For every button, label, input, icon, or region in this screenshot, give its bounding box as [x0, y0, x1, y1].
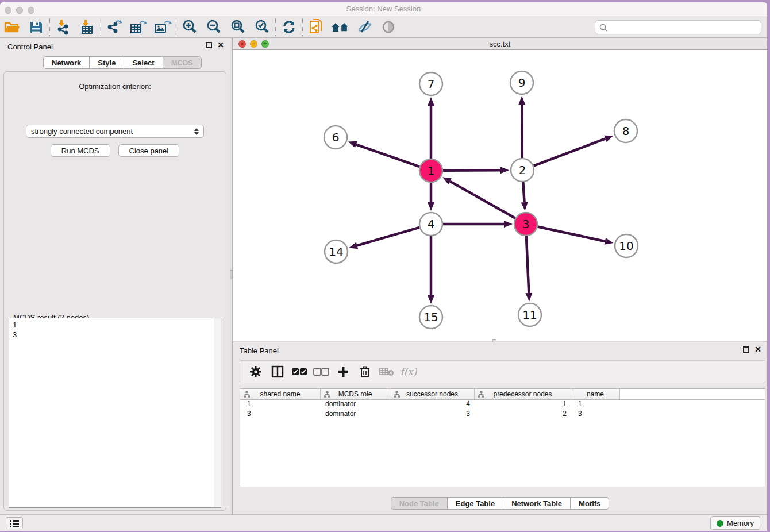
save-icon	[29, 20, 44, 34]
column-header-shared-name[interactable]: shared name	[240, 389, 321, 399]
graph-edge-arrowhead	[504, 221, 513, 228]
close-table-panel-icon[interactable]: ✕	[754, 346, 761, 353]
export-table-icon	[129, 19, 148, 35]
delete-column-button[interactable]	[354, 362, 376, 381]
node-table: shared name MCDS role successor nodes	[240, 388, 765, 487]
graph-node-label: 7	[428, 77, 435, 91]
close-panel-icon[interactable]: ✕	[217, 42, 224, 48]
tab-style[interactable]: Style	[89, 56, 124, 69]
cell-predecessor-nodes[interactable]: 1	[475, 400, 571, 410]
unchecked-boxes-icon	[313, 368, 329, 376]
zoom-in-button[interactable]	[178, 17, 202, 37]
column-header-name[interactable]: name	[571, 389, 620, 399]
table-panel-title: Table Panel	[240, 346, 279, 355]
delete-table-button[interactable]	[376, 362, 398, 381]
fit-content-button[interactable]	[226, 17, 250, 37]
graph-node-label: 3	[522, 217, 530, 231]
table-row[interactable]: 1 dominator 4 1 1	[240, 400, 765, 410]
float-table-panel-icon[interactable]	[743, 346, 749, 353]
cell-successor-nodes[interactable]: 3	[390, 410, 475, 419]
mcds-result-box: MCDS result (2 nodes) 1 3	[9, 318, 221, 508]
graph-edge-3-10[interactable]	[538, 226, 605, 241]
graph-edge-4-14[interactable]	[357, 228, 419, 246]
window-titlebar: Session: New Session	[0, 2, 767, 16]
float-panel-icon[interactable]	[206, 42, 212, 48]
import-table-button[interactable]	[75, 17, 99, 37]
hierarchy-icon	[324, 391, 330, 398]
duplicate-network-button[interactable]	[304, 17, 328, 37]
task-history-button[interactable]	[6, 517, 23, 529]
graph-edge-arrowhead	[605, 238, 614, 245]
column-header-mcds-role[interactable]: MCDS role	[321, 389, 390, 399]
optimization-criterion-select[interactable]: strongly connected component	[26, 125, 204, 138]
optimization-criterion-label: Optimization criterion:	[4, 82, 226, 91]
eye-button[interactable]	[376, 17, 401, 37]
export-image-icon	[153, 19, 172, 35]
cell-shared-name[interactable]: 3	[240, 410, 321, 419]
mcds-result-list[interactable]: 1 3	[9, 318, 221, 507]
list-icon	[9, 519, 20, 527]
home-button[interactable]	[328, 17, 352, 37]
import-network-button[interactable]	[51, 17, 75, 37]
mcds-scrollbar[interactable]	[214, 318, 221, 507]
network-canvas[interactable]: 7968124314101511	[233, 50, 767, 341]
deselect-all-columns-button[interactable]	[310, 362, 332, 381]
graph-node-label: 15	[424, 310, 438, 324]
close-panel-button[interactable]: Close panel	[118, 144, 180, 157]
toolbar-separator	[302, 18, 303, 36]
graph-edge-1-6[interactable]	[356, 145, 419, 167]
export-network-button[interactable]	[102, 17, 126, 37]
function-builder-button[interactable]: f(x)	[398, 362, 419, 381]
export-table-button[interactable]	[126, 17, 151, 37]
tab-network[interactable]: Network	[43, 56, 89, 69]
create-column-button[interactable]	[332, 362, 354, 381]
duplicate-network-icon	[308, 18, 324, 36]
table-header-row: shared name MCDS role successor nodes	[240, 389, 765, 400]
graph-node-label: 8	[622, 124, 630, 138]
tab-motifs[interactable]: Motifs	[570, 497, 609, 510]
column-header-successor-nodes[interactable]: successor nodes	[390, 389, 475, 399]
tab-node-table[interactable]: Node Table	[391, 497, 447, 510]
tab-network-table[interactable]: Network Table	[503, 497, 570, 510]
show-hide-graphics-button[interactable]	[352, 17, 376, 37]
zoom-selected-button[interactable]	[250, 17, 274, 37]
tab-edge-table[interactable]: Edge Table	[447, 497, 503, 510]
graph-edge-3-1[interactable]	[450, 182, 515, 218]
tab-select[interactable]: Select	[124, 56, 162, 69]
cell-name[interactable]: 3	[571, 410, 620, 419]
graph-node-label: 10	[619, 239, 633, 253]
graph-node-label: 9	[518, 76, 526, 90]
export-image-button[interactable]	[151, 17, 175, 37]
cell-successor-nodes[interactable]: 4	[390, 400, 475, 410]
zoom-out-button[interactable]	[202, 17, 226, 37]
save-session-button[interactable]	[24, 17, 48, 37]
select-all-columns-button[interactable]	[288, 362, 310, 381]
graph-edge-2-8[interactable]	[534, 138, 606, 165]
open-session-button[interactable]	[0, 17, 24, 37]
apply-layout-button[interactable]	[277, 17, 301, 37]
cell-mcds-role[interactable]: dominator	[321, 400, 390, 410]
graph-edge-3-11[interactable]	[526, 236, 529, 293]
search-input[interactable]	[608, 22, 761, 33]
graph-edge-2-3[interactable]	[523, 182, 524, 202]
network-graph[interactable]: 7968124314101511	[233, 50, 767, 341]
network-title: scc.txt	[233, 40, 767, 48]
table-settings-button[interactable]	[245, 362, 267, 381]
tab-mcds[interactable]: MCDS	[163, 56, 202, 69]
column-header-predecessor-nodes[interactable]: predecessor nodes	[475, 389, 571, 399]
status-bar: Memory	[0, 514, 767, 531]
graph-edge-2-9[interactable]	[522, 105, 522, 158]
cell-name[interactable]: 1	[571, 400, 620, 410]
cell-shared-name[interactable]: 1	[240, 400, 321, 410]
table-row[interactable]: 3 dominator 3 2 3	[240, 410, 765, 419]
cell-predecessor-nodes[interactable]: 2	[475, 410, 571, 419]
control-panel: Control Panel ✕ Network Style Select MCD…	[0, 38, 230, 514]
network-window-titlebar: x − + scc.txt	[233, 38, 767, 50]
memory-button[interactable]: Memory	[710, 516, 760, 530]
show-column-button[interactable]	[267, 362, 288, 381]
cell-mcds-role[interactable]: dominator	[321, 410, 390, 419]
hierarchy-icon	[478, 391, 484, 398]
run-mcds-button[interactable]: Run MCDS	[51, 144, 110, 157]
graph-edge-1-2[interactable]	[443, 170, 500, 171]
memory-status-icon	[717, 520, 723, 527]
